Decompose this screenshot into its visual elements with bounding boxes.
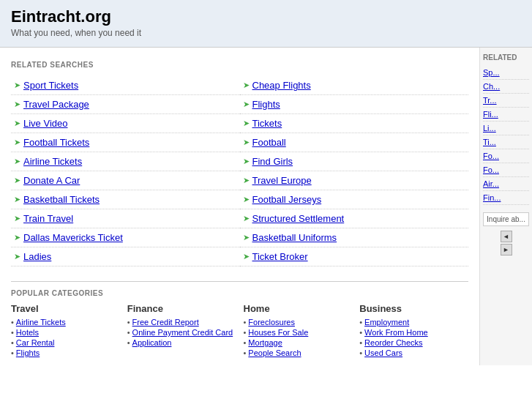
search-right-col: ➤ Cheap Flights ➤ Flights ➤ Tickets ➤ Fo…	[240, 76, 469, 266]
search-grid: ➤ Sport Tickets ➤ Travel Package ➤ Live …	[11, 76, 468, 266]
site-subtitle: What you need, when you need it	[11, 28, 521, 38]
search-link[interactable]: Football	[252, 137, 286, 148]
list-item: ➤ Ladies	[11, 247, 240, 266]
category-link[interactable]: Employment	[364, 318, 409, 327]
category-link[interactable]: Free Credit Report	[132, 318, 199, 327]
category-link[interactable]: Car Rental	[16, 338, 55, 347]
list-item: ➤ Tickets	[240, 114, 469, 133]
sidebar-link[interactable]: Fo...	[483, 149, 529, 163]
arrow-icon: ➤	[243, 138, 250, 147]
list-item: ➤ Travel Package	[11, 95, 240, 114]
search-link[interactable]: Basketball Uniforms	[252, 232, 337, 243]
scroll-down-button[interactable]: ►	[501, 244, 512, 256]
list-item: Online Payment Credit Card	[127, 327, 236, 338]
search-link[interactable]: Ticket Broker	[252, 251, 308, 262]
popular-section: POPULAR CATEGORIES Travel Airline Ticket…	[11, 281, 468, 358]
search-link[interactable]: Structured Settlement	[252, 213, 345, 224]
category-link[interactable]: Work From Home	[364, 328, 428, 337]
search-link[interactable]: Sport Tickets	[23, 80, 78, 91]
popular-col-travel: Travel Airline Tickets Hotels Car Rental…	[11, 303, 120, 358]
search-link[interactable]: Football Jerseys	[252, 194, 322, 205]
content-area: RELATED SEARCHES ➤ Sport Tickets ➤ Trave…	[0, 48, 479, 365]
list-item: ➤ Find Girls	[240, 152, 469, 171]
scrollbar-area: ◄ ►	[483, 231, 529, 256]
list-item: People Search	[244, 348, 353, 358]
list-item: ➤ Donate A Car	[11, 171, 240, 190]
sidebar-link[interactable]: Fin...	[483, 191, 529, 205]
scroll-up-button[interactable]: ◄	[501, 231, 512, 242]
header: Eintracht.org What you need, when you ne…	[0, 0, 532, 48]
list-item: ➤ Flights	[240, 95, 469, 114]
search-left-col: ➤ Sport Tickets ➤ Travel Package ➤ Live …	[11, 76, 240, 266]
sidebar-link[interactable]: Ti...	[483, 135, 529, 149]
list-item: ➤ Football Tickets	[11, 133, 240, 152]
category-link[interactable]: Flights	[16, 348, 40, 357]
list-item: Employment	[359, 317, 468, 327]
search-link[interactable]: Flights	[252, 99, 280, 110]
arrow-icon: ➤	[243, 157, 250, 166]
search-link[interactable]: Travel Europe	[252, 175, 312, 186]
search-link[interactable]: Donate A Car	[23, 175, 80, 186]
search-link[interactable]: Airline Tickets	[23, 156, 82, 167]
list-item: Foreclosures	[244, 317, 353, 327]
arrow-icon: ➤	[243, 233, 250, 242]
search-link[interactable]: Live Video	[23, 118, 67, 129]
search-link[interactable]: Find Girls	[252, 156, 293, 167]
search-link[interactable]: Dallas Mavericks Ticket	[23, 232, 123, 243]
category-link[interactable]: Application	[132, 338, 172, 347]
list-item: ➤ Travel Europe	[240, 171, 469, 190]
list-item: ➤ Train Travel	[11, 209, 240, 228]
category-link[interactable]: Used Cars	[364, 348, 402, 357]
list-item: ➤ Football	[240, 133, 469, 152]
col-title-finance: Finance	[127, 303, 236, 314]
list-item: Hotels	[11, 327, 120, 338]
search-link[interactable]: Football Tickets	[23, 137, 89, 148]
arrow-icon: ➤	[243, 119, 250, 128]
popular-col-business: Business Employment Work From Home Reord…	[359, 303, 468, 358]
col-title-business: Business	[359, 303, 468, 314]
arrow-icon: ➤	[14, 233, 20, 242]
sidebar-link[interactable]: Li...	[483, 122, 529, 135]
arrow-icon: ➤	[14, 157, 20, 166]
arrow-icon: ➤	[14, 81, 20, 90]
search-link[interactable]: Ladies	[23, 251, 51, 262]
list-item: ➤ Ticket Broker	[240, 247, 469, 266]
list-item: ➤ Basketball Uniforms	[240, 228, 469, 247]
category-link[interactable]: Houses For Sale	[248, 328, 308, 337]
sidebar-link[interactable]: Air...	[483, 177, 529, 191]
right-sidebar: RELATED Sp... Ch... Tr... Fli... Li... T…	[479, 48, 532, 365]
search-link[interactable]: Cheap Flights	[252, 80, 311, 91]
list-item: ➤ Dallas Mavericks Ticket	[11, 228, 240, 247]
category-link[interactable]: Reorder Checks	[364, 338, 422, 347]
list-item: Houses For Sale	[244, 327, 353, 338]
arrow-icon: ➤	[243, 176, 250, 185]
category-link[interactable]: Foreclosures	[248, 318, 295, 327]
category-link[interactable]: Online Payment Credit Card	[132, 328, 233, 337]
arrow-icon: ➤	[14, 214, 20, 223]
sidebar-link[interactable]: Fo...	[483, 163, 529, 177]
arrow-icon: ➤	[243, 100, 250, 109]
list-item: Flights	[11, 348, 120, 358]
list-item: Used Cars	[359, 348, 468, 358]
site-title: Eintracht.org	[11, 7, 521, 26]
arrow-icon: ➤	[243, 195, 250, 204]
right-related-label: RELATED	[483, 53, 529, 61]
list-item: ➤ Structured Settlement	[240, 209, 469, 228]
category-link[interactable]: People Search	[248, 348, 301, 357]
sidebar-link[interactable]: Tr...	[483, 94, 529, 108]
arrow-icon: ➤	[14, 119, 20, 128]
category-link[interactable]: Mortgage	[248, 338, 282, 347]
sidebar-link[interactable]: Sp...	[483, 66, 529, 80]
list-item: ➤ Live Video	[11, 114, 240, 133]
popular-col-finance: Finance Free Credit Report Online Paymen…	[127, 303, 236, 358]
search-link[interactable]: Basketball Tickets	[23, 194, 100, 205]
search-link[interactable]: Travel Package	[23, 99, 89, 110]
sidebar-link[interactable]: Ch...	[483, 80, 529, 94]
arrow-icon: ➤	[14, 176, 20, 185]
category-link[interactable]: Airline Tickets	[16, 318, 66, 327]
sidebar-link[interactable]: Fli...	[483, 108, 529, 122]
search-link[interactable]: Train Travel	[23, 213, 73, 224]
popular-col-home: Home Foreclosures Houses For Sale Mortga…	[244, 303, 353, 358]
search-link[interactable]: Tickets	[252, 118, 282, 129]
category-link[interactable]: Hotels	[16, 328, 39, 337]
